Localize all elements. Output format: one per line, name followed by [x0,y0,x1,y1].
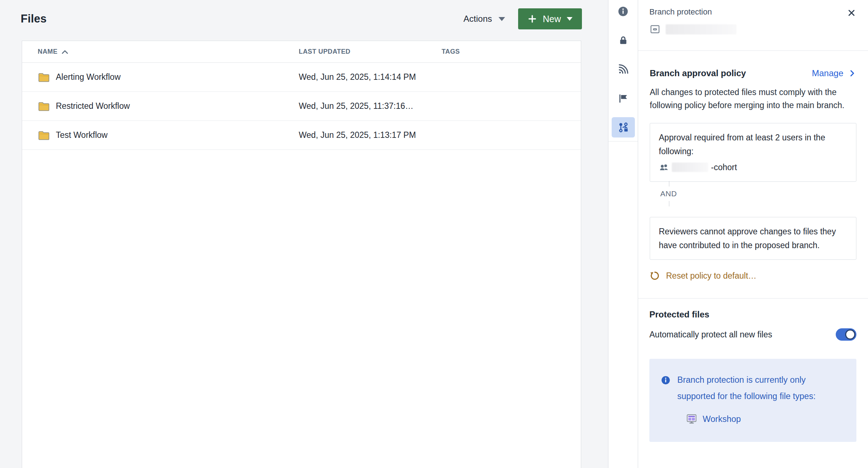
tab-branch-protection[interactable] [612,117,635,137]
branch-protection-icon [617,122,629,133]
tab-flags[interactable] [612,88,635,108]
toolbar-actions: Actions New [463,8,582,29]
file-last-updated: Wed, Jun 25, 2025, 1:14:14 PM [299,72,442,82]
file-name: Restricted Workflow [56,101,130,111]
protected-files-heading: Protected files [649,309,856,320]
redacted-group-name [672,163,708,172]
workshop-icon [686,414,697,425]
column-header-last-updated[interactable]: LAST UPDATED [299,48,442,56]
sort-ascending-icon [61,49,69,54]
file-last-updated: Wed, Jun 25, 2025, 1:13:17 PM [299,130,442,140]
actions-button[interactable]: Actions [463,14,505,24]
chevron-down-icon [567,17,573,21]
column-header-tags[interactable]: TAGS [442,48,581,56]
approval-policy-heading: Branch approval policy [650,68,746,78]
feed-rss-icon [617,64,629,75]
files-toolbar: Files Actions New [21,8,582,29]
policy-rule-card-2: Reviewers cannot approve changes to file… [650,217,856,260]
reset-icon [650,271,660,281]
plus-icon [528,14,537,24]
callout-text: Branch protection is currently only supp… [677,372,846,405]
policy-connector: AND [650,182,856,206]
tab-activity-feed[interactable] [612,59,635,79]
policy-rule-1-text: Approval required from at least 2 users … [659,131,847,158]
info-icon [661,375,670,427]
info-callout: Branch protection is currently only supp… [649,359,856,442]
auto-protect-label: Automatically protect all new files [649,330,772,340]
branch-protection-panel: Branch protection Branch approval policy [638,0,868,468]
side-panel-tabstrip [608,0,638,468]
redacted-resource-name [666,24,736,34]
folder-icon [38,72,50,83]
lock-icon [618,35,629,46]
supported-filetype-row: Workshop [686,411,846,427]
flag-icon [618,93,628,104]
files-table-header: NAME LAST UPDATED TAGS [22,41,581,63]
panel-title: Branch protection [649,7,712,17]
reset-policy-link[interactable]: Reset policy to default… [650,271,756,298]
protected-files-section: Protected files Automatically protect al… [638,298,868,442]
file-name: Test Workflow [56,130,108,140]
table-row[interactable]: Restricted Workflow Wed, Jun 25, 2025, 1… [22,92,581,121]
side-panel-tablist [608,0,638,141]
table-row[interactable]: Test Workflow Wed, Jun 25, 2025, 1:13:17… [22,121,581,150]
new-button-label: New [543,14,561,24]
file-last-updated: Wed, Jun 25, 2025, 11:37:16… [299,101,442,111]
files-table: NAME LAST UPDATED TAGS [22,41,581,468]
group-name-suffix: -cohort [711,160,737,174]
reset-policy-label: Reset policy to default… [666,271,756,281]
policy-rule-2-text: Reviewers cannot approve changes to file… [659,225,847,252]
manage-link[interactable]: Manage [812,68,856,78]
auto-protect-toggle[interactable] [836,328,856,341]
file-name: Alerting Workflow [56,72,121,82]
archive-box-icon [649,24,661,35]
users-icon [659,163,669,172]
chevron-right-icon [848,69,856,78]
files-main-area: Files Actions New NAME [0,0,608,468]
folder-icon [38,101,50,112]
new-button[interactable]: New [518,8,582,29]
panel-header: Branch protection [638,0,868,51]
and-label: AND [660,189,856,198]
files-table-body: Alerting Workflow Wed, Jun 25, 2025, 1:1… [22,63,581,150]
manage-link-label: Manage [812,68,843,78]
workshop-label: Workshop [703,411,741,427]
page-title: Files [21,12,47,25]
tab-info[interactable] [612,1,635,21]
column-header-name-label: NAME [38,48,58,56]
close-panel-button[interactable] [846,7,857,19]
actions-button-label: Actions [463,14,492,24]
approval-policy-description: All changes to protected files must comp… [650,86,851,112]
policy-rule-card-1: Approval required from at least 2 users … [650,123,856,182]
table-row[interactable]: Alerting Workflow Wed, Jun 25, 2025, 1:1… [22,63,581,92]
tab-permissions[interactable] [612,30,635,50]
info-icon [617,6,629,17]
branch-approval-policy-section: Branch approval policy Manage All change… [638,51,868,298]
close-icon [847,8,856,18]
toggle-knob [845,329,855,340]
column-header-name[interactable]: NAME [22,48,299,56]
resource-row [649,24,857,35]
chevron-down-icon [499,17,505,21]
folder-icon [38,130,50,141]
